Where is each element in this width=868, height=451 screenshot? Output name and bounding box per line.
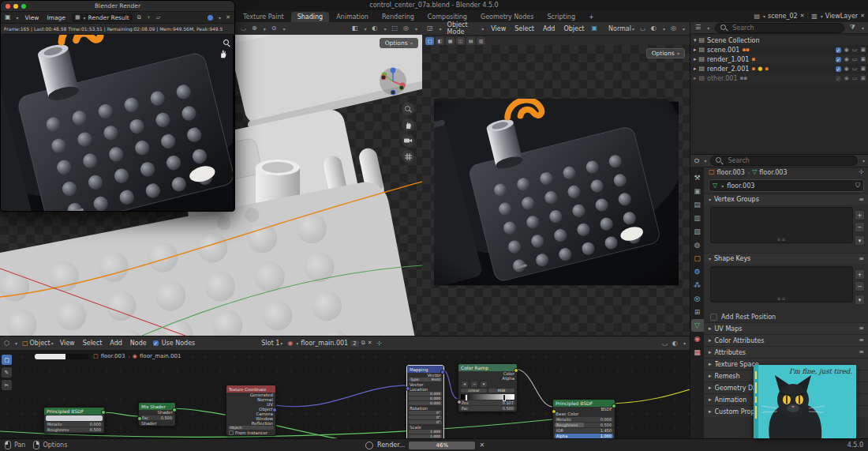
ramp-gradient-bar[interactable] bbox=[461, 394, 514, 400]
use-nodes-toggle[interactable]: ✓ Use Nodes bbox=[153, 340, 196, 347]
specials-menu-button[interactable]: ▾ bbox=[855, 235, 865, 246]
panel-attributes[interactable]: ▸ Attributes ≡ bbox=[704, 346, 868, 358]
node-principled-bsdf-b[interactable]: Principled BSDF BSDF Base Color Metallic… bbox=[552, 399, 615, 439]
xray-icon[interactable]: ⬚ bbox=[391, 25, 398, 32]
tab-texture[interactable]: ▦ bbox=[691, 346, 704, 359]
show-gizmo-icon[interactable]: ◧ bbox=[352, 25, 358, 32]
unlink-scene-icon[interactable]: ✕ bbox=[800, 13, 805, 19]
vector-input-socket[interactable] bbox=[406, 386, 410, 391]
datablock-name-field[interactable]: ▽▾ floor.003 ⛉ bbox=[709, 179, 864, 192]
header-value-slider[interactable] bbox=[35, 354, 88, 359]
cursor-tool-button[interactable]: ▤ bbox=[466, 37, 475, 45]
node-principled-bsdf-a[interactable]: Principled BSDF Metallic0.000 Roughness0… bbox=[43, 407, 105, 434]
scene-selector[interactable]: scene_02 bbox=[768, 13, 798, 20]
color-mode-dropdown[interactable]: RGB bbox=[488, 389, 514, 393]
overlay-icon[interactable]: ◐ bbox=[672, 340, 678, 347]
menu-node[interactable]: Node bbox=[129, 340, 148, 347]
fac-input-slider[interactable]: Fac0.500 bbox=[460, 406, 515, 411]
outliner-row-other[interactable]: ▸ ▤ other.001 ▪▪ ✓ ◉ ▭ ▣ bbox=[690, 73, 868, 83]
resize-grip[interactable]: ≡≡ bbox=[776, 236, 786, 242]
proportional-edit-icon[interactable]: ⊕ bbox=[252, 25, 257, 32]
select-circle-tool-button[interactable]: ▦ bbox=[446, 37, 455, 45]
outliner-row-render2[interactable]: ▸ ▤ render_2.001 ▪ ● ▪ ✓ ◉ ▭ ▣ bbox=[690, 64, 868, 73]
node-canvas[interactable]: ▢ ✎ ✂ ▢ floor.003 › ◉ floor_main.001 Pri… bbox=[0, 350, 690, 439]
select-box-tool[interactable]: ▢ bbox=[2, 355, 12, 365]
shape-keys-panel-header[interactable]: ▾ Shape Keys ≡ bbox=[704, 253, 868, 264]
navigation-gizmo[interactable] bbox=[378, 66, 408, 96]
editor-type-icon[interactable]: ⛭ bbox=[694, 158, 699, 164]
render-result-image[interactable] bbox=[1, 35, 234, 212]
panel-menu-icon[interactable]: ≡ bbox=[859, 337, 864, 344]
node-mix-shader[interactable]: Mix Shader Shader Fac0.500 Shader bbox=[138, 402, 176, 427]
outliner-search-input[interactable] bbox=[731, 24, 839, 32]
menu-add[interactable]: Add bbox=[108, 340, 124, 347]
tab-object[interactable]: ▢ bbox=[691, 252, 704, 265]
object-output-socket[interactable] bbox=[272, 408, 277, 412]
shading-mode-icon[interactable]: ◎ bbox=[671, 25, 676, 32]
menu-view[interactable]: View bbox=[58, 340, 77, 347]
snap-magnet-icon[interactable]: ◡ bbox=[241, 25, 246, 32]
menu-view[interactable]: View bbox=[24, 14, 41, 21]
menu-image[interactable]: Image bbox=[45, 14, 67, 21]
editor-type-icon[interactable]: ◲ bbox=[427, 25, 433, 32]
resize-grip[interactable]: ≡≡ bbox=[776, 295, 786, 301]
remove-vertex-group-button[interactable]: − bbox=[855, 222, 865, 232]
disclosure-icon[interactable]: ▸ bbox=[694, 66, 697, 72]
specials-menu-button[interactable]: ▾ bbox=[855, 295, 865, 305]
tab-world[interactable]: ◍ bbox=[691, 239, 704, 251]
object-field[interactable]: Object: bbox=[228, 426, 274, 430]
editor-type-icon[interactable]: ⬡ bbox=[4, 340, 9, 347]
exclude-checkbox[interactable]: ✓ bbox=[836, 66, 841, 72]
disclosure-icon[interactable]: ▸ bbox=[694, 57, 697, 62]
ramp-specials-button[interactable]: ▾ bbox=[480, 381, 488, 388]
hide-eye-icon[interactable]: ◉ bbox=[844, 47, 849, 53]
tab-object-data[interactable]: ▽ bbox=[691, 319, 704, 332]
view-layer-selector[interactable]: ViewLayer bbox=[825, 13, 858, 20]
links-cut-tool[interactable]: ✂ bbox=[2, 380, 12, 390]
disclosure-icon[interactable]: ▾ bbox=[694, 38, 697, 43]
transform-orientation-dropdown[interactable]: Normal▾ bbox=[608, 25, 634, 32]
breadcrumb-data[interactable]: floor.003 bbox=[759, 169, 787, 176]
panel-uv-maps[interactable]: ▸ UV Maps ≡ bbox=[704, 322, 868, 334]
tab-view-layer[interactable]: ▥ bbox=[691, 212, 704, 224]
add-workspace-button[interactable]: + bbox=[582, 12, 600, 22]
snap-icon[interactable]: ◡ bbox=[662, 340, 668, 347]
disclosure-icon[interactable]: ▸ bbox=[694, 47, 697, 53]
vector-output-socket[interactable] bbox=[440, 370, 445, 374]
hide-eye-icon[interactable]: ◉ bbox=[844, 66, 849, 72]
material-name[interactable]: floor_main.001 bbox=[301, 340, 348, 347]
tab-render[interactable]: ▣ bbox=[691, 185, 704, 197]
zoom-button[interactable] bbox=[402, 103, 414, 115]
color-output-socket[interactable] bbox=[514, 368, 518, 373]
open-folder-icon[interactable]: ▱ bbox=[156, 15, 160, 21]
render-camera-icon[interactable]: ▣ bbox=[860, 66, 866, 72]
outliner-search[interactable] bbox=[715, 23, 844, 33]
tab-physics[interactable]: ◎ bbox=[691, 292, 704, 305]
ramp-stop-handle[interactable] bbox=[503, 394, 506, 401]
tab-texture-paint[interactable]: Texture Paint bbox=[237, 12, 290, 22]
disable-monitor-icon[interactable]: ▭ bbox=[852, 47, 858, 53]
disable-monitor-icon[interactable]: ▭ bbox=[852, 75, 858, 81]
shape-keys-list[interactable]: ≡≡ bbox=[710, 266, 853, 303]
menu-object[interactable]: Object bbox=[562, 25, 586, 32]
tab-output[interactable]: ▤ bbox=[691, 198, 704, 211]
from-instancer-checkbox[interactable] bbox=[229, 430, 234, 435]
editor-type-icon[interactable]: ☰ bbox=[695, 24, 701, 31]
breadcrumb-object[interactable]: floor.003 bbox=[717, 169, 745, 176]
location-x-field[interactable]: 0.000 bbox=[409, 392, 442, 396]
select-box-tool-button[interactable]: ◧ bbox=[436, 37, 444, 45]
node-texture-coordinate[interactable]: Texture Coordinate Generated Normal UV O… bbox=[226, 385, 276, 436]
node-mapping[interactable]: Mapping Vector Type:Point Vector Locatio… bbox=[406, 365, 444, 439]
tab-particles[interactable]: ⁂ bbox=[691, 279, 704, 291]
hide-eye-icon[interactable]: ◉ bbox=[844, 56, 849, 62]
annotate-tool[interactable]: ✎ bbox=[2, 367, 12, 378]
panel-menu-icon[interactable]: ≡ bbox=[859, 349, 864, 355]
image-datablock-selector[interactable]: ▦▾ Render Result bbox=[72, 13, 133, 22]
position-slider[interactable]: Pos0.107 bbox=[460, 400, 515, 405]
disclosure-icon[interactable]: ▸ bbox=[694, 76, 697, 81]
shading-mode-icon[interactable]: ◎ bbox=[403, 25, 409, 32]
base-color-swatch[interactable] bbox=[597, 412, 612, 415]
users-count-badge[interactable]: 2 bbox=[350, 340, 358, 347]
ior-slider[interactable]: IOR1.450 bbox=[555, 428, 613, 433]
tab-constraints[interactable]: ⊞ bbox=[691, 306, 704, 318]
